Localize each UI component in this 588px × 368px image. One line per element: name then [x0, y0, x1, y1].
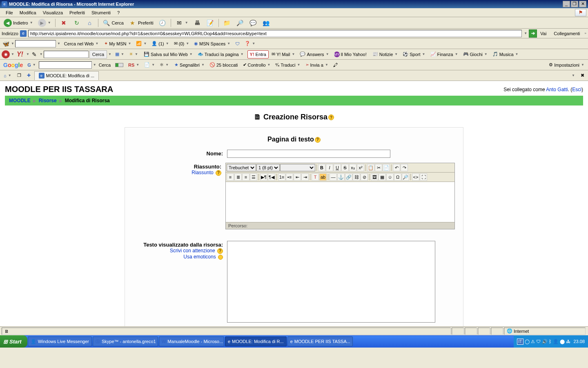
rte-font-select[interactable]: Trebuchet — [227, 164, 256, 171]
google-send-button[interactable]: ➣Invia a▼ — [303, 61, 330, 69]
rte-nolink-button[interactable]: ⊘ — [361, 173, 368, 181]
msn-butterfly-icon[interactable]: 🦋 — [2, 40, 10, 48]
tray-icon[interactable]: 🔊 — [542, 339, 548, 344]
newtab-button[interactable]: ✚ — [25, 72, 33, 80]
chevron-down-icon[interactable]: ▼ — [57, 42, 60, 45]
msn-help-button[interactable]: ❓▼ — [243, 40, 257, 48]
menu-file[interactable]: File — [2, 9, 16, 16]
rte-html-button[interactable]: <> — [412, 173, 419, 181]
tray-icon[interactable]: 🖧 — [566, 339, 570, 344]
address-input[interactable] — [28, 30, 522, 37]
help-icon[interactable]: ? — [328, 114, 334, 120]
tray-icon[interactable]: ⚠ — [531, 339, 535, 344]
rte-char-button[interactable]: Ω — [394, 173, 401, 181]
rte-smiley-button[interactable]: ☺ — [386, 173, 394, 181]
tab-close-button[interactable]: ✖ — [579, 72, 586, 80]
google-settings-button[interactable]: ⚙Impostazioni▼ — [547, 61, 586, 69]
rte-ul-button[interactable]: •≡ — [286, 173, 293, 181]
yahoo-salva-button[interactable]: 💾Salva sul Mio Web▼ — [142, 50, 195, 58]
pencil-icon[interactable]: ✎ — [30, 50, 38, 58]
task-messenger[interactable]: 👤Windows Live Messenger — [28, 337, 92, 346]
messenger-button[interactable]: 👥 — [260, 18, 272, 27]
print-button[interactable]: 🖶 — [191, 18, 203, 27]
rte-style-select[interactable] — [280, 164, 315, 171]
tabhome-button[interactable]: ⌂▼ — [2, 72, 13, 80]
google-atom-button[interactable]: ⚛▼ — [158, 61, 171, 69]
msn-mail-button[interactable]: ✉(0)▼ — [172, 40, 191, 48]
help-icon[interactable]: ? — [217, 248, 223, 254]
yahoo-cerca-button[interactable]: Cerca — [89, 50, 107, 58]
chevron-icon[interactable]: » — [585, 31, 586, 35]
rte-sub-button[interactable]: x₂ — [349, 164, 356, 171]
google-rs-button[interactable]: RS▼ — [126, 61, 141, 69]
back-button[interactable]: ◄ Indietro ▼ — [2, 18, 35, 27]
yahoo-mail-button[interactable]: ✉Y! Mail▼ — [270, 50, 297, 58]
yahoo-answers-button[interactable]: 💬Answers▼ — [298, 50, 331, 58]
rte-underline-button[interactable]: U — [334, 164, 341, 171]
msn-block-button[interactable]: 🛡 — [233, 40, 242, 48]
rte-link-button[interactable]: 🔗 — [345, 173, 352, 181]
rte-sup-button[interactable]: x² — [357, 164, 364, 171]
my-msn-button[interactable]: ✦My MSN▼ — [102, 40, 133, 48]
tab-moodle[interactable]: e MOODLE: Modifica di ... — [34, 71, 99, 80]
rte-redo-button[interactable]: ↷ — [401, 164, 408, 171]
google-popup-button[interactable]: 🚫25 bloccati — [207, 61, 240, 69]
google-search-input[interactable] — [39, 61, 92, 69]
history-button[interactable]: 🕗 — [156, 18, 169, 27]
stop-button[interactable]: ✖ — [58, 18, 70, 27]
tray-icon[interactable]: ◯ — [525, 339, 530, 344]
user-link[interactable]: Anto Gatti — [546, 87, 568, 92]
refresh-button[interactable]: ↻ — [71, 18, 83, 27]
search-button[interactable]: 🔍Cerca — [100, 18, 126, 27]
edit-button[interactable]: 📝 — [204, 18, 216, 27]
rte-align-justify-button[interactable]: ☰ — [250, 173, 257, 181]
google-highlight-button[interactable]: 🖍 — [331, 61, 340, 69]
lang-indicator[interactable]: IT — [517, 339, 524, 345]
rte-italic-button[interactable]: I — [326, 164, 333, 171]
rte-copy-button[interactable]: 📋 — [367, 164, 374, 171]
rte-align-center-button[interactable]: ≣ — [234, 173, 242, 181]
yahoo-finanza-button[interactable]: 📈Finanza▼ — [428, 50, 460, 58]
yahoo-globe-icon[interactable]: ◉ — [2, 50, 10, 58]
restore-button[interactable]: ❐ — [571, 1, 578, 7]
close-button[interactable]: ✕ — [579, 1, 586, 7]
menu-preferiti[interactable]: Preferiti — [66, 9, 88, 16]
google-check-button[interactable]: ✔Controllo▼ — [241, 61, 273, 69]
favorites-button[interactable]: ★Preferiti — [127, 18, 156, 27]
google-news-button[interactable]: 📄▼ — [142, 61, 157, 69]
newwindow-button[interactable]: ❐ — [15, 72, 23, 80]
riassunto-help-link[interactable]: Riassunto — [192, 170, 213, 175]
google-cerca-button[interactable]: Cerca — [97, 63, 112, 67]
rte-paste-button[interactable]: 📄 — [383, 164, 390, 171]
yahoo-entra-button[interactable]: Y!Entra — [247, 50, 269, 58]
msn-search-input[interactable] — [15, 40, 56, 47]
task-moodle-home[interactable]: eMOODLE PER IIS TASSA... — [287, 337, 353, 346]
logout-link[interactable]: Esci — [572, 87, 581, 92]
mail-button[interactable]: ✉▼ — [173, 18, 190, 27]
yahoo-mioyahoo-button[interactable]: MYIl Mio Yahoo! — [332, 50, 369, 58]
rte-image-button[interactable]: 🖼 — [371, 173, 378, 181]
yahoo-search-input[interactable] — [44, 51, 89, 58]
google-bookmarks-button[interactable]: ★Segnalibri▼ — [172, 61, 207, 69]
nome-input[interactable] — [227, 150, 390, 158]
rte-size-select[interactable]: 1 (8 pt) — [256, 164, 280, 171]
help-icon[interactable]: ? — [315, 137, 321, 143]
scrivi-help-link[interactable]: Scrivi con attenzione — [170, 248, 215, 254]
google-translate-button[interactable]: ᵃ⁄ₐTraduci▼ — [273, 61, 302, 69]
yahoo-notizie-button[interactable]: 📰Notizie▼ — [370, 50, 400, 58]
rte-undo-button[interactable]: ↶ — [393, 164, 400, 171]
rte-fullscreen-button[interactable]: ⛶ — [420, 173, 427, 181]
go-button[interactable]: ➔ — [529, 29, 537, 38]
discuss-button[interactable]: 💬 — [247, 18, 259, 27]
menu-help[interactable]: ? — [114, 9, 123, 16]
home-button[interactable]: ⌂ — [84, 18, 96, 27]
msn-messenger-button[interactable]: 👤(1)▼ — [149, 40, 171, 48]
help-icon[interactable]: ? — [216, 170, 221, 176]
rte-indent-button[interactable]: ⇥ — [301, 173, 309, 181]
emoticons-help-link[interactable]: Usa emoticons — [183, 254, 216, 260]
forward-button[interactable]: ► ▼ — [36, 18, 53, 27]
rte-bold-button[interactable]: B — [318, 164, 325, 171]
rte-textcolor-button[interactable]: T — [312, 173, 319, 181]
tab-menu-button[interactable]: ▼ — [569, 72, 577, 80]
minimize-button[interactable]: _ — [563, 1, 570, 7]
